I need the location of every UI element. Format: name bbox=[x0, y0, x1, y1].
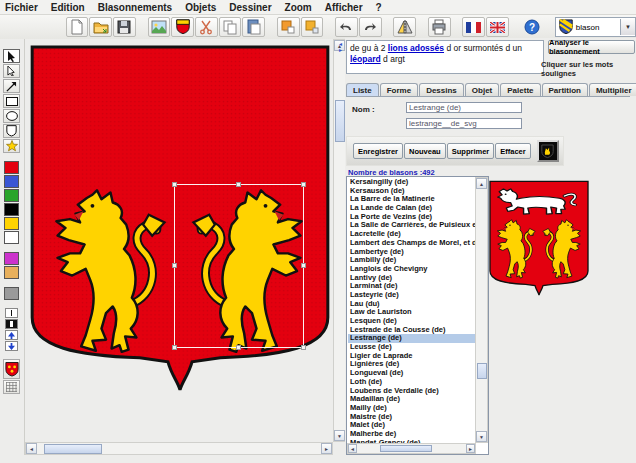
supprimer-button[interactable]: Supprimer bbox=[447, 143, 495, 159]
selection-handle[interactable] bbox=[236, 345, 241, 350]
canvas-vscroll-thumb[interactable] bbox=[335, 100, 345, 142]
tab[interactable]: Partition bbox=[542, 83, 588, 96]
move-down-button[interactable] bbox=[5, 341, 18, 351]
copy-button[interactable] bbox=[219, 17, 242, 37]
menu-item[interactable]: Blasonnements bbox=[98, 2, 172, 13]
star-tool-button[interactable] bbox=[3, 139, 20, 153]
thick-line-button[interactable] bbox=[5, 319, 18, 329]
canvas-hscroll-thumb[interactable] bbox=[44, 444, 102, 454]
nom-field[interactable]: Lestrange (de) bbox=[406, 102, 522, 113]
scroll-left-arrow[interactable]: ◄ bbox=[348, 444, 357, 453]
list-hscroll-thumb[interactable] bbox=[380, 445, 432, 452]
blazon-text-area[interactable]: de gu à 2 lions adossés d or surmontés d… bbox=[346, 40, 544, 74]
menu-item[interactable]: Objets bbox=[185, 2, 216, 13]
menu-item[interactable]: Edition bbox=[51, 2, 85, 13]
blazon-preview-button[interactable] bbox=[3, 359, 20, 379]
menu-item[interactable]: ? bbox=[376, 2, 382, 13]
splitpane-collapse-arrows[interactable]: ◂▸ bbox=[339, 41, 342, 53]
insert-image-button[interactable] bbox=[148, 17, 171, 37]
shield-render-button[interactable] bbox=[537, 140, 559, 162]
new-document-button[interactable] bbox=[66, 17, 89, 37]
blason-listbox[interactable]: Kersaingilly (de)Kersauson (de)La Barre … bbox=[346, 176, 489, 455]
scroll-down-arrow[interactable]: ▼ bbox=[334, 430, 345, 441]
selection-handle[interactable] bbox=[301, 182, 306, 187]
selection-handle[interactable] bbox=[172, 345, 177, 350]
move-up-button[interactable] bbox=[5, 330, 18, 340]
color-swatch-magenta[interactable] bbox=[4, 252, 19, 265]
open-button[interactable] bbox=[89, 17, 112, 37]
tab[interactable]: Objet bbox=[465, 83, 499, 96]
selection-handle[interactable] bbox=[301, 263, 306, 268]
tab[interactable]: Dessins bbox=[419, 83, 464, 96]
scroll-up-arrow[interactable]: ▲ bbox=[476, 178, 487, 189]
thick-line-icon bbox=[10, 321, 13, 327]
combo-dropdown-arrow[interactable]: ▼ bbox=[620, 19, 635, 35]
enregistrer-button[interactable]: Enregistrer bbox=[353, 143, 403, 159]
duplicate-button[interactable] bbox=[277, 17, 300, 37]
grid-button[interactable] bbox=[3, 380, 20, 394]
scroll-left-arrow[interactable]: ◄ bbox=[26, 443, 37, 454]
scroll-right-arrow[interactable]: ► bbox=[321, 443, 332, 454]
direct-select-arrow-icon bbox=[7, 66, 16, 76]
selection-rectangle[interactable] bbox=[174, 184, 304, 348]
duplicate-alt-button[interactable] bbox=[301, 17, 324, 37]
nom-label: Nom : bbox=[352, 105, 375, 114]
blazon-shield-button[interactable] bbox=[171, 17, 194, 37]
color-swatch-blue[interactable] bbox=[4, 175, 19, 188]
effacer-button[interactable]: Effacer bbox=[495, 143, 530, 159]
line-tool-button[interactable] bbox=[3, 79, 20, 93]
color-swatch-gold[interactable] bbox=[4, 217, 19, 230]
blazon-selector-combobox[interactable]: blason ▼ bbox=[555, 17, 636, 37]
selection-handle[interactable] bbox=[301, 345, 306, 350]
undo-button[interactable] bbox=[335, 17, 358, 37]
ellipse-tool-button[interactable] bbox=[3, 109, 20, 123]
color-swatch-black[interactable] bbox=[4, 203, 19, 216]
language-french-button[interactable] bbox=[462, 17, 485, 37]
menu-item[interactable]: Afficher bbox=[325, 2, 363, 13]
save-button[interactable] bbox=[113, 17, 136, 37]
scroll-down-arrow[interactable]: ▼ bbox=[476, 431, 487, 442]
selection-handle[interactable] bbox=[172, 263, 177, 268]
blazon-link-leopard[interactable]: léopard bbox=[350, 54, 381, 64]
color-swatch-red[interactable] bbox=[4, 161, 19, 174]
color-swatch-green[interactable] bbox=[4, 189, 19, 202]
shield-tool-button[interactable] bbox=[3, 124, 20, 138]
redo-button[interactable] bbox=[359, 17, 382, 37]
file-name-field[interactable]: lestrange__de_svg bbox=[406, 118, 522, 129]
drawing-canvas[interactable]: ▲ ▼ ◄ ► bbox=[24, 39, 346, 455]
star-icon bbox=[6, 140, 18, 152]
print-button[interactable] bbox=[428, 17, 451, 37]
color-swatch-white[interactable] bbox=[4, 231, 19, 244]
thin-line-button[interactable] bbox=[5, 308, 18, 318]
analyse-blazon-button[interactable]: Analyser le blasonnement bbox=[548, 40, 635, 54]
tab[interactable]: Forme bbox=[380, 83, 418, 96]
color-swatch-tan[interactable] bbox=[4, 266, 19, 279]
cut-button[interactable] bbox=[195, 17, 218, 37]
list-vertical-scrollbar[interactable]: ▲ ▼ bbox=[475, 177, 488, 443]
select-arrow-icon bbox=[7, 51, 17, 62]
nouveau-button[interactable]: Nouveau bbox=[404, 143, 446, 159]
selection-handle[interactable] bbox=[172, 182, 177, 187]
right-panel: de gu à 2 lions adossés d or surmontés d… bbox=[345, 38, 636, 463]
select-tool-button[interactable] bbox=[3, 49, 20, 63]
tab[interactable]: Liste bbox=[346, 83, 379, 96]
gold-lion-shield-icon bbox=[541, 144, 554, 159]
direct-select-tool-button[interactable] bbox=[3, 64, 20, 78]
menu-item[interactable]: Fichier bbox=[5, 2, 38, 13]
help-button[interactable]: ? bbox=[521, 17, 544, 37]
canvas-horizontal-scrollbar[interactable]: ◄ ► bbox=[25, 442, 333, 455]
paste-button[interactable] bbox=[242, 17, 265, 37]
selection-handle[interactable] bbox=[236, 182, 241, 187]
menu-item[interactable]: Dessiner bbox=[229, 2, 271, 13]
blazon-link-lions[interactable]: lions adossés bbox=[388, 43, 444, 53]
rectangle-tool-button[interactable] bbox=[3, 94, 20, 108]
menu-item[interactable]: Zoom bbox=[285, 2, 312, 13]
tab[interactable]: Multiplier bbox=[589, 83, 636, 96]
mirror-button[interactable] bbox=[393, 17, 416, 37]
language-english-button[interactable] bbox=[486, 17, 509, 37]
color-swatch-gray[interactable] bbox=[4, 287, 19, 300]
scroll-right-arrow[interactable]: ► bbox=[466, 444, 475, 453]
tab[interactable]: Palette bbox=[500, 83, 540, 96]
list-horizontal-scrollbar[interactable]: ◄ ► bbox=[347, 443, 476, 454]
list-vscroll-thumb[interactable] bbox=[477, 363, 487, 379]
